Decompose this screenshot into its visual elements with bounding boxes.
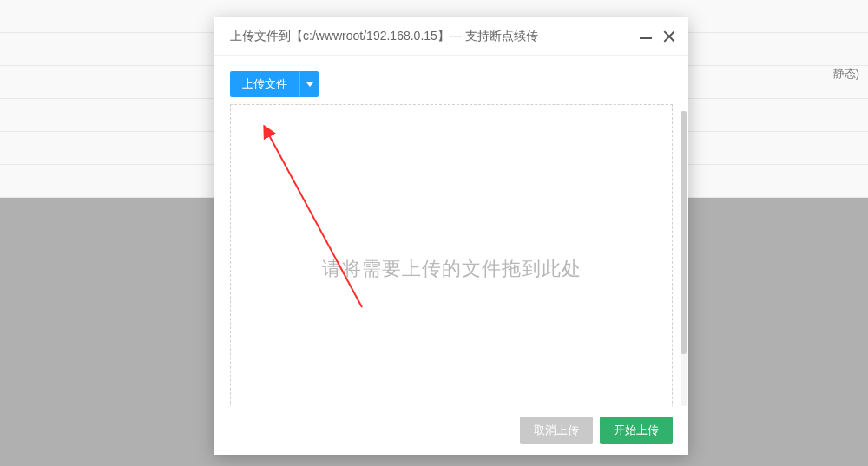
- close-icon[interactable]: [662, 30, 676, 43]
- modal-header: 上传文件到【c:/wwwroot/192.168.0.15】--- 支持断点续传: [214, 17, 688, 56]
- modal-footer: 取消上传 开始上传: [214, 406, 688, 455]
- cancel-upload-button[interactable]: 取消上传: [520, 417, 593, 444]
- scrollbar-thumb[interactable]: [681, 111, 687, 354]
- start-upload-button[interactable]: 开始上传: [600, 417, 673, 444]
- caret-down-icon: [306, 82, 313, 87]
- upload-file-dropdown[interactable]: [299, 71, 319, 97]
- modal-header-controls: [640, 30, 676, 43]
- background-partial-text: 静态): [833, 66, 859, 82]
- minimize-icon[interactable]: [640, 37, 652, 39]
- modal-body: 上传文件 请将需要上传的文件拖到此处: [214, 56, 688, 406]
- upload-button-group: 上传文件: [230, 71, 319, 97]
- upload-file-button[interactable]: 上传文件: [230, 71, 299, 97]
- upload-modal: 上传文件到【c:/wwwroot/192.168.0.15】--- 支持断点续传…: [214, 17, 688, 455]
- file-drop-zone[interactable]: 请将需要上传的文件拖到此处: [230, 104, 673, 406]
- scrollbar[interactable]: [681, 111, 687, 406]
- drop-zone-placeholder: 请将需要上传的文件拖到此处: [322, 256, 582, 282]
- modal-title: 上传文件到【c:/wwwroot/192.168.0.15】--- 支持断点续传: [230, 29, 640, 44]
